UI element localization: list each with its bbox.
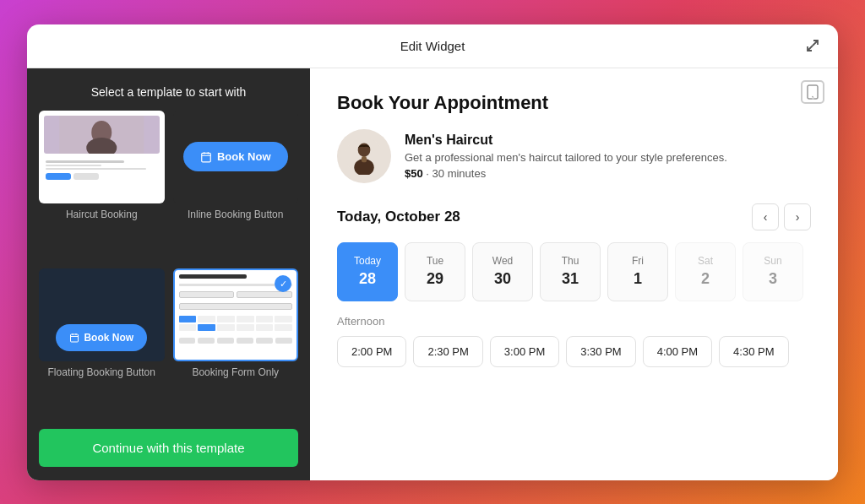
modal-title: Edit Widget [400, 39, 465, 53]
day-cell-tue[interactable]: Tue 29 [405, 242, 465, 301]
template-label-inline: Inline Booking Button [188, 209, 283, 220]
selected-checkmark: ✓ [275, 275, 291, 292]
time-slot-3[interactable]: 3:00 PM [490, 336, 559, 367]
booking-title: Book Your Appointment [337, 92, 811, 114]
day-cell-today[interactable]: Today 28 [337, 242, 398, 301]
edit-widget-modal: Edit Widget Select a template to start w… [27, 24, 838, 480]
template-item-haircut-booking[interactable]: Haircut Booking [39, 111, 165, 261]
date-nav-label: Today, October 28 [337, 209, 460, 225]
template-thumb-inline: Book Now [173, 111, 299, 203]
time-slot-1[interactable]: 2:00 PM [337, 336, 406, 367]
device-toggle-icon[interactable] [801, 80, 824, 104]
svg-rect-5 [202, 153, 211, 162]
template-item-form-only[interactable]: ✓ [173, 268, 299, 419]
day-cell-sun[interactable]: Sun 3 [743, 242, 803, 301]
time-section-label: Afternoon [337, 315, 811, 328]
service-info: Men's Haircut Get a professional men's h… [405, 133, 811, 180]
service-description: Get a professional men's haircut tailore… [405, 151, 811, 164]
template-thumb-form: ✓ [173, 268, 299, 361]
svg-line-1 [808, 46, 813, 51]
day-cell-sat[interactable]: Sat 2 [675, 242, 736, 301]
right-panel: Book Your Appointment [310, 68, 838, 480]
prev-week-button[interactable]: ‹ [752, 203, 779, 230]
days-row: Today 28 Tue 29 Wed 30 Thu 31 Fri 1 [337, 242, 811, 301]
date-navigation: Today, October 28 ‹ › [337, 203, 811, 230]
svg-line-0 [813, 41, 818, 46]
thumb-float-btn: Book Now [56, 324, 147, 351]
modal-body: Select a template to start with [27, 68, 838, 480]
svg-point-14 [812, 95, 813, 97]
time-slot-6[interactable]: 4:30 PM [719, 336, 788, 367]
svg-rect-18 [362, 156, 367, 162]
next-week-button[interactable]: › [784, 203, 811, 230]
svg-rect-13 [808, 85, 818, 99]
template-item-inline-booking[interactable]: Book Now Inline Booking Button [173, 111, 299, 261]
time-slot-4[interactable]: 3:30 PM [566, 336, 635, 367]
template-label-floating: Floating Booking Button [48, 366, 155, 378]
modal-header: Edit Widget [27, 24, 838, 68]
svg-rect-9 [71, 334, 79, 342]
left-panel-title: Select a template to start with [27, 68, 310, 111]
service-price: $50 · 30 minutes [405, 167, 811, 180]
template-label-haircut: Haircut Booking [66, 209, 138, 220]
day-cell-thu[interactable]: Thu 31 [540, 242, 601, 301]
template-grid: Haircut Booking Book Now Inline Booking … [27, 111, 310, 419]
service-avatar [337, 129, 391, 183]
thumb-book-btn-inline: Book Now [183, 142, 288, 171]
left-panel: Select a template to start with [27, 68, 310, 480]
time-slot-5[interactable]: 4:00 PM [643, 336, 712, 367]
template-thumb-floating: Book Now [39, 268, 165, 361]
continue-button[interactable]: Continue with this template [39, 429, 298, 467]
expand-button[interactable] [801, 34, 824, 57]
service-name: Men's Haircut [405, 133, 811, 148]
nav-arrows: ‹ › [752, 203, 811, 230]
template-item-floating-booking[interactable]: Book Now Floating Booking Button [39, 268, 165, 419]
times-row: 2:00 PM 2:30 PM 3:00 PM 3:30 PM 4:00 PM … [337, 336, 811, 367]
day-cell-wed[interactable]: Wed 30 [472, 242, 533, 301]
template-thumb-haircut [39, 111, 165, 203]
service-card: Men's Haircut Get a professional men's h… [337, 129, 811, 183]
template-label-form: Booking Form Only [192, 366, 279, 378]
day-cell-fri[interactable]: Fri 1 [607, 242, 668, 301]
time-slot-2[interactable]: 2:30 PM [413, 336, 482, 367]
